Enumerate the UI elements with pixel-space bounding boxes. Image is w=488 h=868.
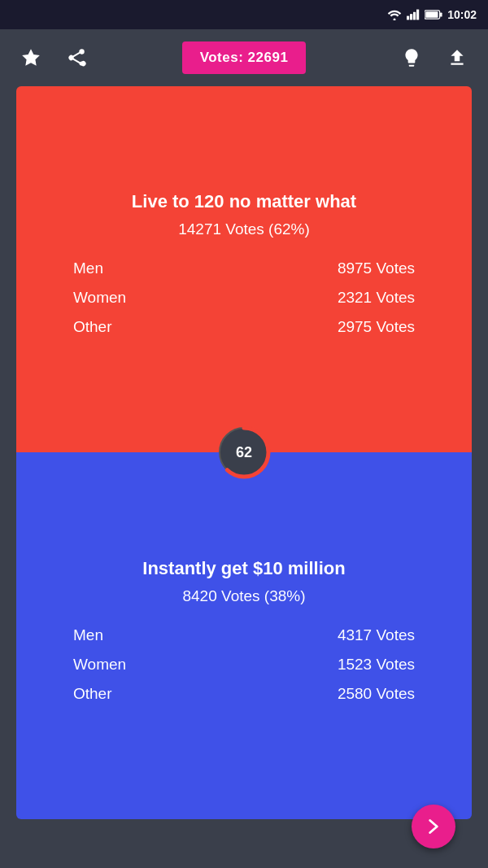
status-bar: 10:02 <box>0 0 488 29</box>
blue-women-row: Women 1523 Votes <box>73 656 415 674</box>
wifi-icon <box>387 9 402 20</box>
toolbar: Votes: 22691 <box>0 29 488 86</box>
blue-other-row: Other 2580 Votes <box>73 685 415 703</box>
star-icon <box>20 47 41 68</box>
signal-icon <box>407 9 420 20</box>
red-men-row: Men 8975 Votes <box>73 260 415 277</box>
content-area: Live to 120 no matter what 14271 Votes (… <box>0 86 488 868</box>
option-red-title: Live to 120 no matter what <box>132 191 356 212</box>
next-button[interactable] <box>412 805 455 848</box>
option-blue-total: 8420 Votes (38%) <box>182 587 305 605</box>
percent-divider: 62 <box>215 423 273 482</box>
share-icon <box>66 47 87 68</box>
blue-women-count: 1523 Votes <box>338 656 415 674</box>
option-red-breakdown: Men 8975 Votes Women 2321 Votes Other 29… <box>73 260 415 347</box>
blue-other-count: 2580 Votes <box>338 685 415 703</box>
option-red-total: 14271 Votes (62%) <box>178 220 310 238</box>
battery-icon <box>425 9 442 20</box>
option-blue-breakdown: Men 4317 Votes Women 1523 Votes Other 25… <box>73 626 415 714</box>
bulb-icon <box>401 47 422 68</box>
blue-men-count: 4317 Votes <box>338 626 415 644</box>
percent-value: 62 <box>236 444 252 461</box>
red-men-label: Men <box>73 260 103 277</box>
star-button[interactable] <box>16 43 46 72</box>
share-button[interactable] <box>62 43 91 72</box>
red-other-row: Other 2975 Votes <box>73 318 415 336</box>
svg-rect-7 <box>425 11 438 18</box>
toolbar-right <box>397 43 472 72</box>
votes-button[interactable]: Votes: 22691 <box>182 41 307 74</box>
svg-rect-4 <box>416 10 419 20</box>
toolbar-left <box>16 43 91 72</box>
svg-rect-2 <box>410 14 412 20</box>
svg-point-0 <box>394 19 396 21</box>
upload-icon <box>447 47 468 68</box>
red-other-label: Other <box>73 318 112 336</box>
red-women-row: Women 2321 Votes <box>73 289 415 307</box>
status-icons: 10:02 <box>387 8 477 21</box>
chevron-right-icon <box>423 816 444 837</box>
blue-women-label: Women <box>73 656 126 674</box>
time-display: 10:02 <box>447 8 477 21</box>
option-red-panel[interactable]: Live to 120 no matter what 14271 Votes (… <box>16 86 472 452</box>
svg-rect-1 <box>407 16 409 20</box>
red-other-count: 2975 Votes <box>338 318 415 336</box>
red-women-label: Women <box>73 289 126 307</box>
blue-men-row: Men 4317 Votes <box>73 626 415 644</box>
svg-rect-3 <box>413 12 416 20</box>
blue-other-label: Other <box>73 685 112 703</box>
blue-men-label: Men <box>73 626 103 644</box>
svg-rect-6 <box>440 12 442 16</box>
option-blue-panel[interactable]: Instantly get $10 million 8420 Votes (38… <box>16 452 472 819</box>
red-women-count: 2321 Votes <box>338 289 415 307</box>
bulb-button[interactable] <box>397 43 426 72</box>
option-blue-title: Instantly get $10 million <box>142 558 345 579</box>
upload-button[interactable] <box>442 43 472 72</box>
red-men-count: 8975 Votes <box>338 260 415 277</box>
